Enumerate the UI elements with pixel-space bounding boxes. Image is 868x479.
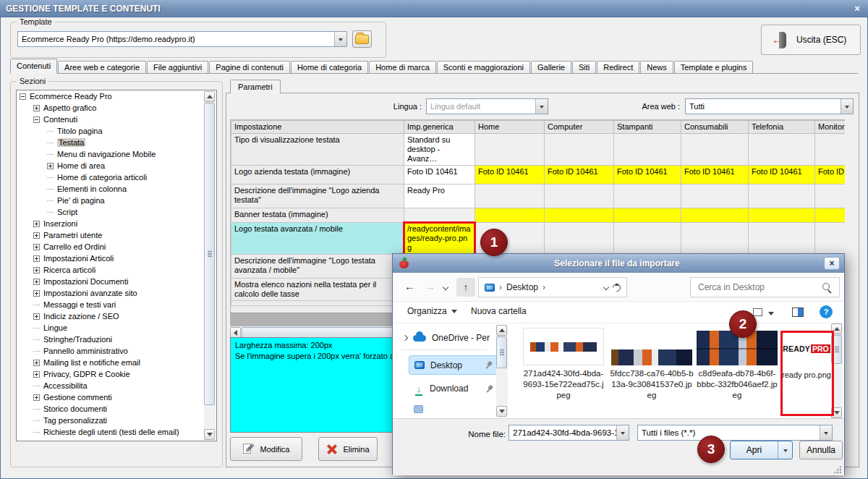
tree-item-carrello-ed-ordini[interactable]: Carrello ed Ordini — [17, 241, 216, 253]
table-cell[interactable] — [404, 208, 475, 223]
tree-scrollbar[interactable] — [204, 91, 216, 440]
apri-dropdown-button[interactable] — [778, 441, 792, 459]
table-cell[interactable] — [815, 223, 846, 255]
sidebar-item-download[interactable]: ↓ Download — [409, 380, 498, 397]
scroll-down-button[interactable] — [831, 407, 842, 418]
elimina-button[interactable]: Elimina — [318, 437, 378, 461]
tree-item-script[interactable]: Script — [17, 206, 216, 218]
tab-sconti-e-maggiorazioni[interactable]: Sconti e maggiorazioni — [437, 61, 530, 73]
sidebar-item-desktop[interactable]: Desktop — [409, 355, 498, 375]
scroll-down-button[interactable] — [204, 429, 215, 440]
row-label[interactable]: Logo testata avanzata / mobile — [231, 223, 404, 255]
filetype-dropdown-button[interactable] — [820, 425, 832, 440]
search-box[interactable]: Cerca in Desktop — [690, 277, 840, 297]
view-mode-chevron-icon[interactable] — [768, 312, 774, 318]
tree-item-impostazioni-documenti[interactable]: Impostazioni Documenti — [17, 276, 216, 287]
tree-item-impostazioni-avanzate-sito[interactable]: Impostazioni avanzate sito — [17, 287, 216, 299]
table-cell[interactable] — [545, 223, 614, 255]
tree-item-mailing-list-e-notifiche-email[interactable]: Mailing list e notifiche email — [17, 357, 216, 368]
table-cell[interactable] — [545, 134, 614, 166]
tree-item-stringhe-traduzioni[interactable]: Stringhe/Traduzioni — [17, 334, 216, 345]
expand-plus-icon[interactable] — [33, 232, 40, 239]
tree-item-richieste-degli-utenti-testi-delle-email[interactable]: Richieste degli utenti (testi delle emai… — [17, 426, 216, 438]
table-cell[interactable]: Foto ID 10461 — [815, 166, 846, 185]
tree-item-gestione-commenti[interactable]: Gestione commenti — [17, 391, 216, 403]
tree-item-indiciz-zazione-seo[interactable]: Indiciz zazione / SEO — [17, 310, 216, 322]
row-label[interactable]: Logo azienda testata (immagine) — [231, 166, 404, 185]
tree-item-ricerca-articoli[interactable]: Ricerca articoli — [17, 264, 216, 276]
exit-button[interactable]: ← Uscita (ESC) — [761, 25, 861, 55]
scroll-left-button[interactable] — [230, 327, 241, 338]
table-cell[interactable] — [475, 208, 545, 223]
tree-item-home-di-categoria-articoli[interactable]: Home di categoria articoli — [17, 171, 216, 183]
window-close-button[interactable]: × — [851, 3, 863, 14]
tab-contenuti[interactable]: Contenuti — [10, 59, 57, 74]
row-label[interactable]: Banner testata (immagine) — [231, 208, 404, 223]
tree-item-impostazioni-articoli[interactable]: Impostazioni Articoli — [17, 253, 216, 264]
nuova-cartella-button[interactable]: Nuova cartella — [471, 306, 527, 316]
tree-item-pannello-amministrativo[interactable]: Pannello amministrativo — [17, 345, 216, 357]
resize-grip[interactable] — [833, 465, 841, 473]
tree-item-titolo-pagina[interactable]: Titolo pagina — [17, 125, 216, 137]
tab-home-di-categoria[interactable]: Home di categoria — [291, 61, 368, 73]
forward-button[interactable]: → — [425, 280, 435, 292]
expand-plus-icon[interactable] — [33, 221, 40, 227]
table-cell[interactable]: Foto ID 10461 — [404, 166, 475, 185]
file-item-271ad424-30fd-4bda-9693-15e722ead75c-jpeg[interactable]: 271ad424-30fd-4bda-9693-15e722ead75c.jpe… — [522, 328, 605, 401]
expand-plus-icon[interactable] — [33, 105, 40, 111]
recent-locations-chevron-icon[interactable] — [443, 284, 448, 290]
table-cell[interactable] — [815, 208, 846, 223]
view-mode-icon[interactable] — [753, 308, 762, 316]
tab-news[interactable]: News — [640, 61, 673, 73]
table-cell[interactable]: /readycontent/images/ready-pro.png — [404, 223, 475, 255]
scroll-thumb[interactable] — [204, 103, 215, 405]
tree-item-messaggi-e-testi-vari[interactable]: Messaggi e testi vari — [17, 299, 216, 310]
table-cell[interactable] — [475, 185, 545, 208]
tab-redirect[interactable]: Redirect — [597, 61, 639, 73]
template-select[interactable]: Ecommerce Ready Pro (https://demo.readyp… — [17, 31, 347, 47]
tree-item-accessibilita[interactable]: Accessibilita — [17, 380, 216, 391]
table-cell[interactable] — [749, 223, 815, 255]
table-cell[interactable] — [545, 185, 614, 208]
table-cell[interactable] — [815, 134, 846, 166]
expand-plus-icon[interactable] — [33, 394, 40, 401]
tab-template-e-plugins[interactable]: Template e plugins — [674, 61, 754, 73]
tab-parametri[interactable]: Parametri — [230, 80, 281, 93]
table-cell[interactable] — [815, 185, 846, 208]
expand-plus-icon[interactable] — [33, 313, 40, 320]
expand-plus-icon[interactable] — [33, 244, 40, 250]
sidebar-scrollbar[interactable] — [496, 325, 508, 417]
tree-item-home-di-area[interactable]: Home di area — [17, 160, 216, 171]
area-web-select[interactable]: Tutti — [685, 98, 854, 114]
apri-button[interactable]: Apri — [730, 441, 793, 459]
table-cell[interactable] — [681, 134, 749, 166]
lingua-dropdown-button[interactable] — [535, 99, 548, 114]
expand-plus-icon[interactable] — [33, 255, 40, 262]
tree-item-ecommerce-ready-pro[interactable]: Ecommerce Ready Pro — [17, 90, 216, 102]
collapse-minus-icon[interactable] — [33, 116, 40, 123]
expand-plus-icon[interactable] — [33, 290, 40, 297]
table-cell[interactable]: Foto ID 10461 — [545, 166, 614, 185]
scroll-up-button[interactable] — [831, 323, 842, 334]
table-cell[interactable]: Foto ID 10461 — [681, 166, 749, 185]
up-button[interactable]: ↑ — [456, 278, 475, 297]
breadcrumb-location[interactable]: Desktop — [506, 282, 538, 292]
row-label[interactable]: Descrizione dell'immagine "Logo testata … — [231, 255, 404, 279]
row-label[interactable]: Tipo di visualizzazione testata — [231, 134, 404, 166]
refresh-icon[interactable] — [611, 281, 623, 293]
dialog-close-button[interactable]: × — [824, 257, 840, 270]
tree-item-pie-di-pagina[interactable]: Pie' di pagina — [17, 195, 216, 206]
tab-file-aggiuntivi[interactable]: File aggiuntivi — [147, 61, 208, 73]
table-cell[interactable] — [681, 223, 749, 255]
address-dropdown-chevron-icon[interactable] — [603, 284, 609, 290]
expand-plus-icon[interactable] — [33, 267, 40, 274]
file-list-scrollbar[interactable] — [831, 323, 843, 418]
scroll-thumb[interactable] — [496, 336, 507, 368]
table-cell[interactable]: Foto ID 10461 — [475, 166, 545, 185]
table-cell[interactable] — [749, 134, 815, 166]
table-cell[interactable] — [614, 223, 681, 255]
tree-item-inserzioni[interactable]: Inserzioni — [17, 218, 216, 229]
table-cell[interactable] — [681, 208, 749, 223]
address-bar[interactable]: › Desktop › — [478, 277, 627, 297]
row-label[interactable]: Mostra elenco nazioni nella testata per … — [231, 279, 404, 301]
